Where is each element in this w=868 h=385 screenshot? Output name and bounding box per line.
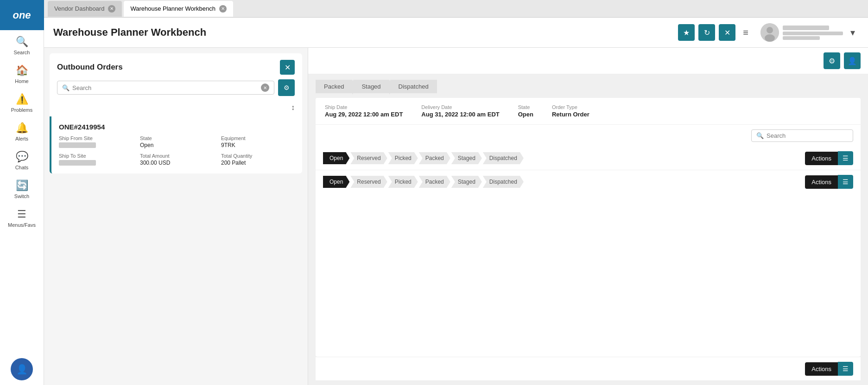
sidebar-item-switch[interactable]: 🔄 Switch <box>0 174 44 203</box>
tab-label: Staged <box>361 83 380 90</box>
app-logo[interactable]: one <box>0 0 44 30</box>
sidebar-item-search[interactable]: 🔍 Search <box>0 30 44 59</box>
bottom-actions-menu-button[interactable]: ☰ <box>838 362 853 376</box>
status-picked[interactable]: Picked <box>388 152 418 164</box>
status-chevrons: Open Reserved Picked Packed Staged Dispa… <box>323 152 802 164</box>
table-search-input[interactable] <box>767 132 848 139</box>
actions-menu-button[interactable]: ☰ <box>838 175 853 189</box>
menu-icon: ≡ <box>743 27 748 38</box>
tab-warehouse-planner[interactable]: Warehouse Planner Workbench ✕ <box>124 1 233 17</box>
sidebar-item-label: Chats <box>15 165 29 170</box>
problems-icon: ⚠️ <box>16 93 28 105</box>
bottom-actions-label-button[interactable]: Actions <box>805 362 838 376</box>
table-row: Open Reserved Picked Packed Staged Dispa… <box>316 147 861 170</box>
page-header: Warehouse Planner Workbench ★ ↻ ✕ ≡ <box>44 18 868 48</box>
right-panel-header: ⚙ 👤 <box>308 48 868 74</box>
info-order-type: Order Type Return Order <box>552 104 589 118</box>
status-tab-packed[interactable]: Packed <box>316 80 352 93</box>
refresh-button[interactable]: ↻ <box>698 24 715 41</box>
search-icon: 🔍 <box>16 36 28 48</box>
close-button[interactable]: ✕ <box>719 24 735 41</box>
order-field-total-qty: Total Quantity 200 Pallet <box>221 153 295 167</box>
tab-label: Dispatched <box>399 83 429 90</box>
filter-button[interactable]: ⚙ <box>278 79 295 96</box>
sidebar-item-home[interactable]: 🏠 Home <box>0 59 44 88</box>
order-info-bar: Ship Date Aug 29, 2022 12:00 am EDT Deli… <box>316 98 861 125</box>
search-input[interactable] <box>72 84 258 91</box>
status-packed[interactable]: Packed <box>419 152 450 164</box>
status-tab-staged[interactable]: Staged <box>353 80 389 93</box>
filter-icon: ⚙ <box>829 57 835 65</box>
actions-label-button[interactable]: Actions <box>805 175 838 189</box>
status-reserved[interactable]: Reserved <box>350 152 387 164</box>
sidebar-item-menus[interactable]: ☰ Menus/Favs <box>0 203 44 231</box>
filter-settings-button[interactable]: ⚙ <box>824 52 840 69</box>
status-chevrons: Open Reserved Picked Packed Staged Dispa… <box>323 176 802 188</box>
tab-bar: Vendor Dashboard ✕ Warehouse Planner Wor… <box>44 0 868 18</box>
status-tabs: Packed Staged Dispatched <box>308 74 868 93</box>
user-role <box>783 32 843 35</box>
actions-menu-button[interactable]: ☰ <box>838 151 853 165</box>
right-panel: ⚙ 👤 Packed Staged Dispatched <box>308 48 868 385</box>
field-value: 300.00 USD <box>140 160 170 166</box>
actions-button-row1: Actions ☰ <box>805 151 853 165</box>
alerts-icon: 🔔 <box>16 122 28 134</box>
user-dropdown-button[interactable]: ▾ <box>847 25 859 40</box>
status-tab-dispatched[interactable]: Dispatched <box>390 80 437 93</box>
menu-button[interactable]: ≡ <box>739 26 752 40</box>
star-icon: ★ <box>683 28 690 37</box>
actions-label-button[interactable]: Actions <box>805 152 838 165</box>
sidebar-item-alerts[interactable]: 🔔 Alerts <box>0 116 44 145</box>
sort-button[interactable]: ↕ <box>291 103 295 112</box>
page-title: Warehouse Planner Workbench <box>53 26 678 38</box>
field-value <box>59 142 96 148</box>
user-details <box>783 26 843 40</box>
star-button[interactable]: ★ <box>678 24 695 41</box>
field-label: Ship Date <box>325 104 403 110</box>
order-field-state: State Open <box>140 135 214 149</box>
field-label: Ship To Site <box>59 153 133 159</box>
panel-toolbar: ↕ <box>50 101 302 116</box>
tab-close-vendor[interactable]: ✕ <box>108 5 115 13</box>
sidebar-item-label: Search <box>14 50 30 55</box>
user-settings-button[interactable]: 👤 <box>844 52 861 69</box>
field-value: 9TRK <box>221 142 235 148</box>
field-value: Aug 29, 2022 12:00 am EDT <box>325 111 403 118</box>
status-staged[interactable]: Staged <box>451 152 482 164</box>
sidebar-item-chats[interactable]: 💬 Chats <box>0 145 44 174</box>
field-value: 200 Pallet <box>221 160 246 166</box>
sidebar-item-label: Menus/Favs <box>8 222 36 228</box>
panel-close-button[interactable]: ✕ <box>280 60 295 75</box>
tab-vendor-dashboard[interactable]: Vendor Dashboard ✕ <box>48 1 122 17</box>
field-value <box>59 160 96 166</box>
search-clear-button[interactable]: ✕ <box>261 83 269 92</box>
field-value: Open <box>140 142 153 148</box>
user-avatar-sidebar[interactable]: 👤 <box>11 358 33 380</box>
filter-icon: ⚙ <box>284 84 290 91</box>
status-packed[interactable]: Packed <box>419 176 450 188</box>
status-picked[interactable]: Picked <box>388 176 418 188</box>
status-open[interactable]: Open <box>323 176 349 188</box>
search-icon: 🔍 <box>756 132 764 139</box>
status-reserved[interactable]: Reserved <box>350 176 387 188</box>
tab-label: Packed <box>324 83 344 90</box>
status-open[interactable]: Open <box>323 152 349 164</box>
field-label: Total Quantity <box>221 153 295 159</box>
tab-close-warehouse[interactable]: ✕ <box>219 5 227 13</box>
sidebar-item-problems[interactable]: ⚠️ Problems <box>0 88 44 116</box>
switch-icon: 🔄 <box>16 180 28 192</box>
field-label: Equipment <box>221 135 295 141</box>
field-value: Open <box>518 111 533 118</box>
order-fields: Ship From Site State Open Equipment 9TRK <box>59 135 295 167</box>
actions-button-row2: Actions ☰ <box>805 175 853 189</box>
main-area: Vendor Dashboard ✕ Warehouse Planner Wor… <box>44 0 868 385</box>
info-state: State Open <box>518 104 533 118</box>
status-staged[interactable]: Staged <box>451 176 482 188</box>
bottom-actions-button: Actions ☰ <box>805 362 853 376</box>
status-dispatched[interactable]: Dispatched <box>483 152 524 164</box>
status-dispatched[interactable]: Dispatched <box>483 176 524 188</box>
table-row: Open Reserved Picked Packed Staged Dispa… <box>316 170 861 193</box>
field-label: Total Amount <box>140 153 214 159</box>
order-field-ship-from: Ship From Site <box>59 135 133 149</box>
order-field-ship-to: Ship To Site <box>59 153 133 167</box>
